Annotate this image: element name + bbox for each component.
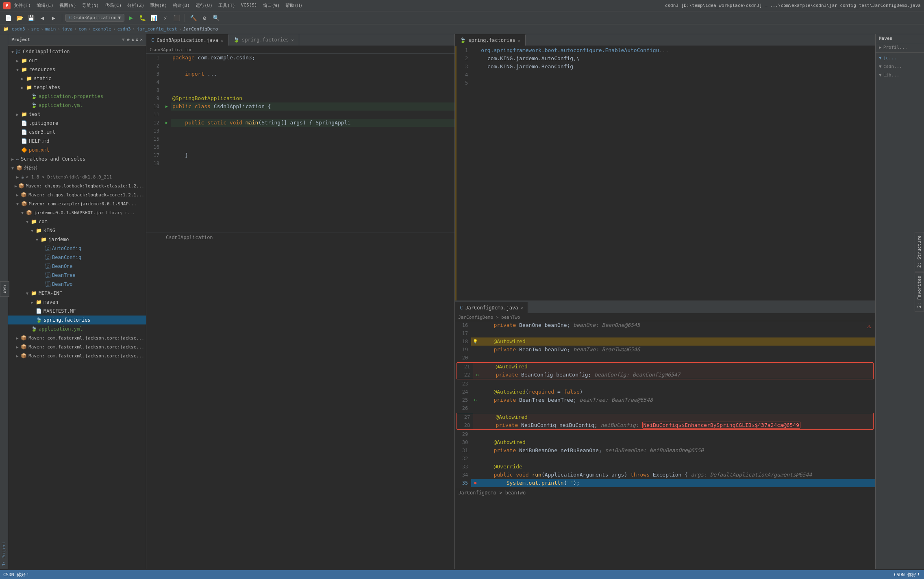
tree-item-beanone[interactable]: 🇨 BeanOne xyxy=(8,262,146,271)
tab-spring-factories-right-close[interactable]: ✕ xyxy=(518,38,520,43)
tree-item-help[interactable]: 📄 HELP.md xyxy=(8,137,146,146)
tree-item-resources[interactable]: ▼ 📁 resources xyxy=(8,65,146,74)
tree-item-app-props[interactable]: 🍃 application.properties xyxy=(8,92,146,101)
bc-jar-config[interactable]: jar_config_test xyxy=(137,26,177,32)
coverage-button[interactable]: 📊 xyxy=(149,13,159,23)
bc-main[interactable]: main xyxy=(45,26,56,32)
search-everywhere-btn[interactable]: 🔍 xyxy=(211,13,221,23)
tree-item-com[interactable]: ▼ 📁 com xyxy=(8,217,146,226)
tab-jarconfigdemo-close[interactable]: ✕ xyxy=(520,306,523,310)
menu-run[interactable]: 运行(U) xyxy=(196,2,213,9)
panel-icon-settings[interactable]: ⚙ xyxy=(136,37,139,42)
tree-item-extlibs[interactable]: ▼ 📦 外部库 xyxy=(8,163,146,172)
tree-item-meta-inf[interactable]: ▼ 📁 META-INF xyxy=(8,289,146,298)
tree-item-maven[interactable]: ▶ 📁 maven xyxy=(8,298,146,307)
bc-example[interactable]: example xyxy=(93,26,111,32)
tree-item-jackson3[interactable]: ▶ 📦 Maven: com.fasterxml.jackson.core:ja… xyxy=(8,351,146,360)
tree-item-logback2[interactable]: ▶ 📦 Maven: ch.qos.logback:logback-core:1… xyxy=(8,190,146,199)
code-line-10: 10 ▶ public class Csdn3Application { xyxy=(146,102,454,111)
split-editor: C Csdn3Application.java ✕ 🍃 spring.facto… xyxy=(146,34,875,569)
menu-help[interactable]: 帮助(H) xyxy=(285,2,302,9)
menu-view[interactable]: 视图(V) xyxy=(59,2,76,9)
menu-edit[interactable]: 编辑(E) xyxy=(37,2,54,9)
save-btn[interactable]: 💾 xyxy=(26,13,36,23)
settings-btn[interactable]: ⚙ xyxy=(200,13,209,23)
maven-item-lib[interactable]: ▼ Lib... xyxy=(876,71,924,79)
tree-item-app-yml2[interactable]: 🍃 application.yml xyxy=(8,324,146,333)
tree-item-jackson1[interactable]: ▶ 📦 Maven: com.fasterxml.jackson.core:ja… xyxy=(8,333,146,342)
bc-java[interactable]: java xyxy=(62,26,73,32)
code-line-11: 11 xyxy=(146,111,454,119)
tree-item-jdk[interactable]: ▶ ☕ < 1.8 > D:\temp\jdk\jdk1.8.0_211 xyxy=(8,172,146,181)
bc-csdn3[interactable]: 📁 csdn3 xyxy=(3,26,25,32)
menu-analyze[interactable]: 分析(Z) xyxy=(127,2,144,9)
menu-build[interactable]: 构建(B) xyxy=(173,2,190,9)
tree-item-jackson2[interactable]: ▶ 📦 Maven: com.fasterxml.jackson.core:ja… xyxy=(8,342,146,351)
tab-csdn3app-close[interactable]: ✕ xyxy=(221,38,223,43)
project-tab[interactable]: 1: Project xyxy=(0,34,8,569)
forward-btn[interactable]: ▶ xyxy=(49,13,59,23)
bc-jar-demo[interactable]: JarConfigDemo xyxy=(183,26,218,32)
right-vertical-tabs: 2: Structure 2: Favorites xyxy=(915,232,924,313)
tree-item-iml[interactable]: 📄 csdn3.iml xyxy=(8,128,146,137)
spring-factories-code[interactable]: 1 org.springframework.boot.autoconfigure… xyxy=(455,46,875,300)
tab-jarconfigdemo[interactable]: C JarConfigDemo.java ✕ xyxy=(455,302,528,313)
tree-item-beantwo[interactable]: 🇨 BeanTwo xyxy=(8,280,146,289)
bc-csdn3-pkg[interactable]: csdn3 xyxy=(117,26,131,32)
menu-file[interactable]: 文件(F) xyxy=(14,2,31,9)
run-config-dropdown[interactable]: C Csdn3Application ▼ xyxy=(65,14,124,22)
tree-item-autoconfig[interactable]: 🇨 AutoConfig xyxy=(8,244,146,253)
menu-navigate[interactable]: 导航(N) xyxy=(82,2,99,9)
tree-item-jardemo-pkg[interactable]: ▼ 📁 jardemo xyxy=(8,235,146,244)
tree-item-beanconfig[interactable]: 🇨 BeanConfig xyxy=(8,253,146,262)
jarconfigdemo-code[interactable]: ⚠ 16 private BeanOne beanOne; beanOne: B… xyxy=(455,321,875,569)
maven-item-jc[interactable]: ▼ jc... xyxy=(876,54,924,62)
jcd-line-29: 29 xyxy=(455,430,875,438)
tree-item-test[interactable]: ▶ 📁 test xyxy=(8,110,146,119)
back-btn[interactable]: ◀ xyxy=(37,13,47,23)
tree-item-static[interactable]: ▶ 📁 static xyxy=(8,74,146,83)
tree-item-jardemo-jar[interactable]: ▼ 📦 jardemo-0.0.1-SNAPSHOT.jar library r… xyxy=(8,208,146,217)
profile-button[interactable]: ⚡ xyxy=(160,13,170,23)
open-btn[interactable]: 📂 xyxy=(15,13,24,23)
tab-spring-factories-left-close[interactable]: ✕ xyxy=(291,38,294,42)
tab-favorites[interactable]: 2: Favorites xyxy=(915,272,924,311)
tree-item-jardemo-maven[interactable]: ▼ 📦 Maven: com.example:jardemo:0.0.1-SNA… xyxy=(8,199,146,208)
bc-src[interactable]: src xyxy=(31,26,39,32)
debug-button[interactable]: 🐛 xyxy=(137,13,147,23)
new-file-btn[interactable]: 📄 xyxy=(3,13,13,23)
tree-item-templates[interactable]: ▶ 📁 templates xyxy=(8,83,146,92)
tree-item-csdn3app[interactable]: ▼ 🇨 Csdn3Application xyxy=(8,47,146,56)
tree-item-gitignore[interactable]: 📄 .gitignore xyxy=(8,119,146,128)
panel-icon-close[interactable]: ✕ xyxy=(140,37,143,42)
panel-icon-expand[interactable]: ⇅ xyxy=(131,37,134,42)
bc-com[interactable]: com xyxy=(78,26,87,32)
maven-item-csdn[interactable]: ▼ csdn... xyxy=(876,62,924,71)
menu-vcs[interactable]: VCS(S) xyxy=(241,2,257,9)
tree-item-manifest[interactable]: 📄 MANIFEST.MF xyxy=(8,307,146,316)
code-line-16: 16 xyxy=(146,143,454,151)
menu-window[interactable]: 窗口(W) xyxy=(263,2,280,9)
maven-item-profil[interactable]: ▶ Profil... xyxy=(876,43,924,52)
tab-structure[interactable]: 2: Structure xyxy=(915,232,924,271)
stop-button[interactable]: ⬛ xyxy=(172,13,181,23)
tab-csdn3app[interactable]: C Csdn3Application.java ✕ xyxy=(146,34,228,46)
build-btn[interactable]: 🔨 xyxy=(188,13,198,23)
panel-icon-locate[interactable]: ⊕ xyxy=(127,37,130,42)
tab-spring-factories-right[interactable]: 🍃 spring.factories ✕ xyxy=(455,34,526,46)
tree-item-logback1[interactable]: ▶ 📦 Maven: ch.qos.logback:logback-classi… xyxy=(8,181,146,190)
menu-tools[interactable]: 工具(T) xyxy=(218,2,235,9)
tree-item-beantree[interactable]: 🇨 BeanTree xyxy=(8,271,146,280)
tree-item-out[interactable]: ▶ 📁 out xyxy=(8,56,146,65)
run-button[interactable]: ▶ xyxy=(126,13,136,23)
tree-item-spring-factories[interactable]: 🍃 spring.factories xyxy=(8,316,146,324)
tree-item-scratches[interactable]: ▶ ✏️ Scratches and Consoles xyxy=(8,155,146,163)
tree-item-pom[interactable]: 🔶 pom.xml xyxy=(8,146,146,155)
tab-spring-factories-left[interactable]: 🍃 spring.factories ✕ xyxy=(228,34,299,46)
tree-item-king[interactable]: ▼ 📁 KING xyxy=(8,226,146,235)
left-code-container[interactable]: 1 package com.example.csdn3; 2 3 import … xyxy=(146,54,454,569)
menu-code[interactable]: 代码(C) xyxy=(105,2,122,9)
tree-item-app-yml[interactable]: 🍃 application.yml xyxy=(8,101,146,110)
tab-web[interactable]: Web xyxy=(0,281,9,297)
menu-refactor[interactable]: 重构(R) xyxy=(150,2,167,9)
